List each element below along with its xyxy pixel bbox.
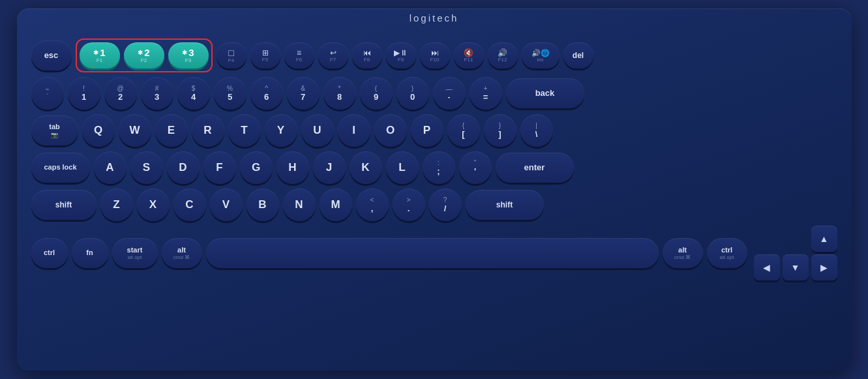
key-8[interactable]: * 8 bbox=[323, 77, 356, 110]
key-arrow-right[interactable]: ▶ bbox=[811, 254, 837, 280]
key-start[interactable]: start alt opt bbox=[112, 238, 158, 268]
key-u[interactable]: U bbox=[301, 114, 334, 147]
keyboard-rows: esc ✱ 1 F1 ✱ 2 F2 bbox=[31, 38, 837, 280]
key-f7[interactable]: ↩ F7 bbox=[318, 42, 348, 68]
key-5[interactable]: % 5 bbox=[214, 77, 247, 110]
key-q[interactable]: Q bbox=[82, 114, 115, 147]
key-f11[interactable]: 🔇 F11 bbox=[454, 42, 484, 68]
key-shift-left[interactable]: shift bbox=[31, 190, 97, 220]
key-b[interactable]: B bbox=[247, 189, 279, 221]
key-f8[interactable]: ⏮ F8 bbox=[352, 42, 382, 68]
key-del[interactable]: del bbox=[563, 42, 593, 68]
key-e[interactable]: E bbox=[155, 114, 188, 147]
key-f6[interactable]: ≡ F6 bbox=[284, 42, 314, 68]
key-g[interactable]: G bbox=[240, 151, 273, 184]
key-f5[interactable]: ⊞ F5 bbox=[250, 42, 280, 68]
key-n[interactable]: N bbox=[283, 189, 316, 221]
key-a[interactable]: A bbox=[94, 151, 127, 184]
key-backspace[interactable]: back bbox=[506, 78, 584, 108]
key-enter[interactable]: enter bbox=[496, 153, 574, 183]
logitech-logo: logitech bbox=[410, 12, 459, 23]
key-minus[interactable]: — - bbox=[433, 77, 466, 110]
bottom-row: ctrl fn start alt opt alt cmd ⌘ alt cmd … bbox=[31, 226, 837, 280]
key-1[interactable]: ! 1 bbox=[68, 77, 100, 110]
key-f9[interactable]: ▶⏸ F9 bbox=[386, 42, 416, 68]
key-y[interactable]: Y bbox=[265, 114, 297, 147]
key-s[interactable]: S bbox=[130, 151, 163, 184]
key-f12[interactable]: 🔊 F12 bbox=[488, 42, 518, 68]
key-6[interactable]: ^ 6 bbox=[250, 77, 283, 110]
key-w[interactable]: W bbox=[119, 114, 151, 147]
key-v[interactable]: V bbox=[210, 189, 243, 221]
key-backslash[interactable]: | \ bbox=[520, 114, 553, 147]
key-j[interactable]: J bbox=[313, 151, 346, 184]
key-tilde[interactable]: ~ ` bbox=[31, 77, 64, 110]
key-lbracket[interactable]: { [ bbox=[447, 114, 480, 147]
key-space[interactable] bbox=[206, 238, 659, 268]
key-alt-left[interactable]: alt cmd ⌘ bbox=[162, 238, 202, 268]
key-9[interactable]: ( 9 bbox=[360, 77, 393, 110]
keyboard: logitech esc ✱ 1 F1 ✱ 2 bbox=[17, 8, 852, 371]
key-fn[interactable]: fn bbox=[72, 238, 108, 268]
key-7[interactable]: & 7 bbox=[287, 77, 320, 110]
key-f10[interactable]: ⏭ F10 bbox=[420, 42, 450, 68]
key-equals[interactable]: + = bbox=[470, 77, 502, 110]
key-f[interactable]: F bbox=[203, 151, 236, 184]
key-ctrl-left[interactable]: ctrl bbox=[31, 238, 68, 268]
key-arrow-left[interactable]: ◀ bbox=[754, 254, 780, 280]
tab-row: tab 📷 Q W E R T Y U I O P { [ } ] | \ bbox=[31, 114, 837, 147]
key-x[interactable]: X bbox=[137, 189, 170, 221]
key-r[interactable]: R bbox=[192, 114, 224, 147]
key-z[interactable]: Z bbox=[100, 189, 133, 221]
key-c[interactable]: C bbox=[173, 189, 206, 221]
key-o[interactable]: O bbox=[374, 114, 407, 147]
key-3[interactable]: # 3 bbox=[141, 77, 173, 110]
bt-group: ✱ 1 F1 ✱ 2 F2 ✱ 3 F bbox=[76, 38, 213, 72]
key-alt-right[interactable]: alt cmd ⌘ bbox=[663, 238, 703, 268]
key-4[interactable]: $ 4 bbox=[177, 77, 210, 110]
key-arrow-up[interactable]: ▲ bbox=[811, 226, 837, 252]
key-h[interactable]: H bbox=[277, 151, 309, 184]
key-0[interactable]: ) 0 bbox=[397, 77, 429, 110]
key-bt3[interactable]: ✱ 3 F3 bbox=[168, 42, 209, 68]
key-bt2[interactable]: ✱ 2 F2 bbox=[124, 42, 164, 68]
key-m[interactable]: M bbox=[320, 189, 352, 221]
arrow-cluster: ▲ ◀ ▼ ▶ bbox=[754, 226, 837, 280]
key-ctrl-right[interactable]: ctrl alt opt bbox=[707, 238, 747, 268]
key-semicolon[interactable]: : ; bbox=[423, 151, 455, 184]
key-tab[interactable]: tab 📷 bbox=[31, 115, 78, 145]
key-p[interactable]: P bbox=[411, 114, 443, 147]
caps-row: caps lock A S D F G H J K L : ; " ' ente… bbox=[31, 151, 837, 184]
key-d[interactable]: D bbox=[167, 151, 200, 184]
fn-row: esc ✱ 1 F1 ✱ 2 F2 bbox=[31, 38, 837, 72]
key-l[interactable]: L bbox=[386, 151, 419, 184]
key-quote[interactable]: " ' bbox=[459, 151, 492, 184]
shift-row: shift Z X C V B N M < , > . ? / shift bbox=[31, 189, 837, 221]
key-f4[interactable]: □ F4 bbox=[217, 42, 247, 68]
key-esc[interactable]: esc bbox=[31, 40, 72, 70]
key-t[interactable]: T bbox=[228, 114, 261, 147]
key-2[interactable]: @ 2 bbox=[104, 77, 137, 110]
key-period[interactable]: > . bbox=[393, 189, 425, 221]
key-i[interactable]: I bbox=[338, 114, 370, 147]
key-capslock[interactable]: caps lock bbox=[31, 153, 90, 183]
key-slash[interactable]: ? / bbox=[429, 189, 462, 221]
key-bt1[interactable]: ✱ 1 F1 bbox=[80, 42, 120, 68]
number-row: ~ ` ! 1 @ 2 # 3 $ 4 % 5 bbox=[31, 77, 837, 110]
key-k[interactable]: K bbox=[350, 151, 382, 184]
key-rbracket[interactable]: } ] bbox=[484, 114, 516, 147]
key-ins[interactable]: 🔊🌐 ins bbox=[522, 42, 560, 68]
key-arrow-down[interactable]: ▼ bbox=[783, 254, 809, 280]
key-shift-right[interactable]: shift bbox=[466, 190, 544, 220]
key-comma[interactable]: < , bbox=[356, 189, 389, 221]
